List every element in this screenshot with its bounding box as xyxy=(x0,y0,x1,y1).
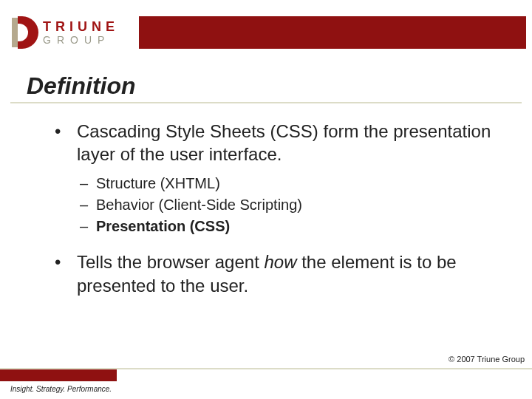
tagline: Insight. Strategy. Performance. xyxy=(10,385,112,393)
logo-line1: TRIUNE xyxy=(43,20,119,33)
footer-accent-bar xyxy=(0,369,117,381)
logo-line2: GROUP xyxy=(43,35,119,45)
header-bar xyxy=(139,16,526,49)
logo-mark-icon xyxy=(12,16,38,49)
bullet-item: Cascading Style Sheets (CSS) form the pr… xyxy=(55,120,502,237)
bullet-text: Cascading Style Sheets (CSS) form the pr… xyxy=(77,121,491,164)
bullet-text-part: how xyxy=(264,252,296,272)
sub-item: Structure (XHTML) xyxy=(80,173,502,194)
sub-text: Behavior (Client-Side Scripting) xyxy=(96,197,302,213)
bullet-item: Tells the browser agent how the element … xyxy=(55,250,502,296)
sub-item: Behavior (Client-Side Scripting) xyxy=(80,194,502,216)
sub-item: Presentation (CSS) xyxy=(80,216,502,237)
copyright: © 2007 Triune Group xyxy=(449,355,525,364)
title-rule xyxy=(10,102,522,103)
logo-text: TRIUNE GROUP xyxy=(43,20,119,45)
logo: TRIUNE GROUP xyxy=(12,13,136,52)
content: Cascading Style Sheets (CSS) form the pr… xyxy=(55,120,502,310)
sub-list: Structure (XHTML) Behavior (Client-Side … xyxy=(80,173,502,237)
slide: TRIUNE GROUP Definition Cascading Style … xyxy=(0,0,532,399)
sub-text: Structure (XHTML) xyxy=(96,175,220,191)
slide-title: Definition xyxy=(27,72,136,100)
bullet-text-part: Tells the browser agent xyxy=(77,252,264,272)
bullet-list: Cascading Style Sheets (CSS) form the pr… xyxy=(55,120,502,297)
sub-text: Presentation (CSS) xyxy=(96,218,230,234)
